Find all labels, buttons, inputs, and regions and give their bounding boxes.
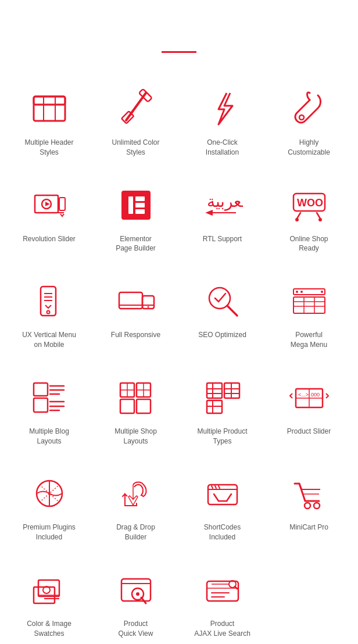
svg-rect-48 [34, 383, 48, 396]
multiple-header-styles-icon [26, 85, 73, 132]
feature-item-full-responsive: Full Responsive [92, 269, 179, 359]
ux-vertical-menu-icon [26, 278, 73, 324]
svg-rect-18 [135, 209, 145, 214]
online-shop-ready-label: Online Shop Ready [289, 234, 328, 254]
multiple-product-types-icon [199, 374, 246, 421]
feature-item-shortcodes: ShortCodes Included [179, 461, 266, 552]
feature-item-multiple-product-types: Multiple Product Types [179, 365, 266, 456]
drag-drop-builder-label: Drag & Drop Builder [116, 523, 155, 542]
svg-point-104 [136, 592, 139, 596]
svg-line-86 [212, 486, 213, 488]
shortcodes-label: ShortCodes Included [204, 523, 241, 542]
multiple-shop-layouts-icon [113, 374, 159, 421]
feature-item-product-ajax-search: Product AJAX Live Search [179, 557, 266, 644]
ux-vertical-menu-label: UX Vertical Menu on Mobile [22, 330, 76, 350]
svg-point-36 [147, 306, 149, 308]
svg-rect-101 [121, 579, 151, 601]
minicart-pro-label: MiniCart Pro [289, 523, 328, 532]
feature-item-elementor-page-builder: Elementor Page Builder [92, 173, 179, 263]
svg-point-26 [318, 218, 322, 221]
multiple-product-types-label: Multiple Product Types [197, 427, 247, 446]
shortcodes-icon [199, 470, 246, 517]
svg-point-42 [321, 291, 323, 293]
svg-text:000: 000 [311, 392, 320, 398]
full-responsive-label: Full Responsive [111, 330, 160, 340]
online-shop-ready-icon: WOO [286, 182, 332, 228]
svg-line-87 [215, 486, 216, 488]
seo-optimized-icon [199, 278, 246, 324]
feature-item-unlimited-color-styles: Unlimited Color Styles [92, 76, 179, 167]
feature-item-color-image-swatches: Color & Image Swatches [6, 557, 92, 644]
highly-customizable-icon [286, 85, 332, 132]
svg-point-95 [314, 503, 320, 509]
minicart-pro-icon [286, 470, 332, 517]
product-slider-label: Product Slider [287, 427, 331, 437]
svg-text:<...>: <...> [298, 392, 309, 398]
page-title [0, 0, 358, 51]
svg-point-94 [305, 503, 310, 509]
unlimited-color-styles-icon [113, 85, 159, 132]
svg-rect-59 [137, 399, 151, 413]
rtl-support-label: RTL Support [203, 234, 242, 244]
feature-item-revolution-slider: Revolution Slider [6, 173, 92, 263]
svg-text:العربية: العربية [207, 192, 243, 211]
svg-text:WOO: WOO [297, 197, 323, 209]
svg-rect-43 [293, 297, 325, 313]
svg-rect-0 [34, 96, 65, 121]
svg-line-88 [219, 486, 220, 488]
powerful-mega-menu-icon [286, 278, 332, 324]
product-ajax-search-label: Product AJAX Live Search [194, 619, 250, 639]
page-header [0, 0, 358, 53]
svg-line-89 [214, 494, 219, 501]
svg-point-25 [295, 218, 299, 221]
premium-plugins-icon [26, 470, 73, 517]
feature-item-product-slider: <...> 000 Product Slider [266, 365, 352, 456]
svg-rect-15 [128, 196, 133, 214]
highly-customizable-label: Highly Customizable [288, 138, 330, 158]
color-image-swatches-icon [26, 567, 73, 613]
svg-rect-16 [135, 196, 145, 201]
feature-item-product-quick-view: Product Quick View [92, 557, 179, 644]
full-responsive-icon [113, 278, 159, 324]
revolution-slider-label: Revolution Slider [23, 234, 76, 244]
product-quick-view-label: Product Quick View [119, 619, 153, 639]
product-slider-icon: <...> 000 [286, 374, 332, 421]
seo-optimized-label: SEO Optimized [198, 330, 246, 340]
rtl-support-icon: العربية [199, 182, 246, 228]
svg-rect-49 [34, 398, 48, 412]
svg-point-28 [46, 311, 49, 314]
color-image-swatches-label: Color & Image Swatches [27, 619, 71, 639]
svg-line-8 [297, 95, 318, 121]
feature-item-premium-plugins: Premium Plugins Included [6, 461, 92, 552]
product-ajax-search-icon [199, 567, 246, 613]
elementor-page-builder-label: Elementor Page Builder [116, 234, 156, 254]
elementor-page-builder-icon [113, 182, 159, 228]
revolution-slider-icon [26, 182, 73, 228]
feature-item-rtl-support: العربية RTL Support [179, 173, 266, 263]
svg-rect-64 [207, 383, 222, 398]
svg-rect-39 [293, 289, 325, 295]
multiple-shop-layouts-label: Multiple Shop Layouts [114, 427, 157, 446]
svg-point-41 [300, 291, 303, 293]
svg-line-90 [227, 494, 231, 501]
svg-line-24 [317, 213, 320, 219]
drag-drop-builder-icon [113, 470, 159, 517]
feature-item-online-shop-ready: WOO Online Shop Ready [266, 173, 352, 263]
one-click-installation-icon [199, 85, 246, 132]
feature-item-minicart-pro: MiniCart Pro [266, 461, 352, 552]
svg-point-40 [296, 291, 298, 293]
powerful-mega-menu-label: Powerful Mega Menu [291, 330, 327, 350]
premium-plugins-label: Premium Plugins Included [23, 523, 76, 542]
multiple-blog-layouts-label: Multiple Blog Layouts [29, 427, 69, 446]
title-underline [162, 51, 196, 53]
multiple-blog-layouts-icon [26, 374, 73, 421]
svg-point-9 [299, 115, 304, 120]
features-grid: Multiple Header Styles Unlimited Color S… [0, 70, 358, 644]
feature-item-drag-drop-builder: Drag & Drop Builder [92, 461, 179, 552]
svg-line-38 [227, 306, 237, 316]
one-click-installation-label: One-Click Installation [206, 138, 239, 158]
svg-rect-58 [120, 399, 134, 413]
feature-item-multiple-header-styles: Multiple Header Styles [6, 76, 92, 167]
svg-rect-17 [135, 203, 145, 207]
feature-item-powerful-mega-menu: Powerful Mega Menu [266, 269, 352, 359]
